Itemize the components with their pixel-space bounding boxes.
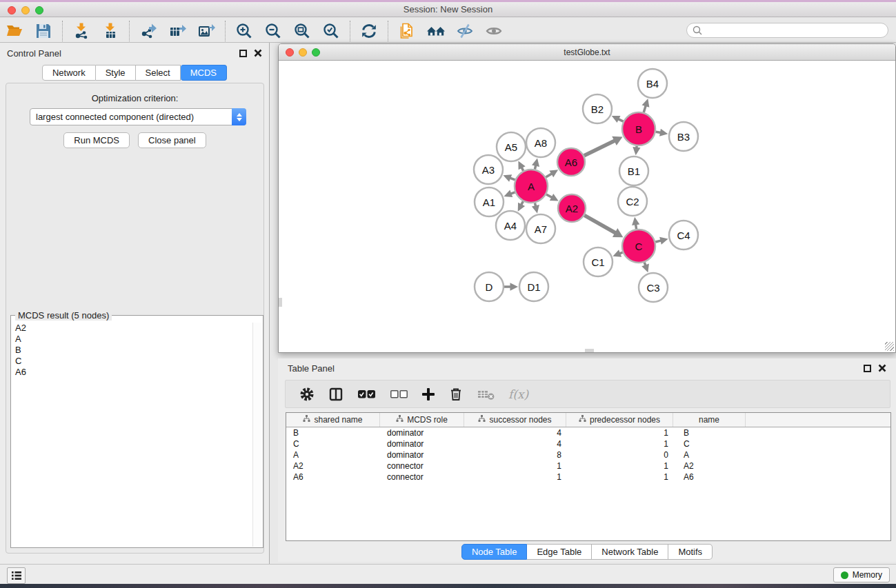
- tab-node-table[interactable]: Node Table: [461, 544, 528, 560]
- search-field[interactable]: [686, 23, 888, 38]
- add-column-icon[interactable]: [422, 388, 435, 401]
- column-header-MCDS-role[interactable]: MCDS role: [380, 413, 464, 427]
- result-item[interactable]: A6: [12, 367, 252, 378]
- deselect-all-icon[interactable]: [390, 389, 408, 399]
- tab-mcds[interactable]: MCDS: [181, 65, 227, 81]
- zoom-in-icon[interactable]: [232, 21, 256, 41]
- tab-style[interactable]: Style: [96, 65, 136, 81]
- home-view-icon[interactable]: [424, 21, 448, 41]
- network-minimize-icon[interactable]: [299, 48, 307, 57]
- table-cell[interactable]: 1: [566, 472, 673, 483]
- canvas-h-scroll-tick[interactable]: [585, 349, 594, 352]
- show-columns-icon[interactable]: [328, 387, 344, 402]
- search-input[interactable]: [703, 24, 888, 37]
- save-session-icon[interactable]: [32, 21, 55, 41]
- float-panel-icon[interactable]: [239, 50, 247, 57]
- table-cell[interactable]: A2: [286, 460, 380, 472]
- column-header-predecessor-nodes[interactable]: predecessor nodes: [566, 413, 673, 427]
- tab-network-table[interactable]: Network Table: [592, 544, 668, 560]
- canvas-v-scroll-tick[interactable]: [279, 298, 282, 307]
- graph-edge-A-A2[interactable]: [546, 194, 552, 198]
- table-cell[interactable]: 1: [566, 438, 673, 449]
- criterion-select[interactable]: largest connected component (directed): [30, 108, 246, 125]
- mcds-result-list[interactable]: A2ABCA6: [12, 323, 252, 547]
- table-cell[interactable]: C: [673, 438, 746, 449]
- result-item[interactable]: A: [12, 334, 252, 345]
- result-item[interactable]: B: [12, 345, 252, 356]
- table-cell[interactable]: 0: [566, 449, 673, 460]
- table-cell[interactable]: C: [286, 438, 380, 449]
- table-cell[interactable]: A: [286, 449, 380, 460]
- graph-edge-A-A6[interactable]: [546, 174, 552, 178]
- table-cell[interactable]: B: [286, 427, 380, 438]
- table-cell[interactable]: 4: [464, 427, 566, 438]
- table-cell[interactable]: A6: [673, 472, 746, 483]
- table-cell[interactable]: 1: [464, 460, 566, 472]
- select-all-icon[interactable]: [357, 389, 376, 399]
- table-close-panel-icon[interactable]: [878, 364, 886, 372]
- table-cell[interactable]: 1: [566, 460, 673, 472]
- table-cell[interactable]: 1: [566, 427, 673, 438]
- zoom-selected-icon[interactable]: [319, 21, 343, 41]
- table-cell[interactable]: 4: [464, 438, 566, 449]
- graph-edge-B-B4[interactable]: [644, 105, 646, 112]
- tab-edge-table[interactable]: Edge Table: [527, 544, 592, 560]
- table-row[interactable]: Bdominator41B: [286, 427, 890, 438]
- result-scrollbar[interactable]: [252, 323, 262, 547]
- refresh-view-icon[interactable]: [357, 21, 381, 41]
- window-resize-grip[interactable]: [885, 342, 894, 351]
- table-cell[interactable]: dominator: [380, 449, 464, 460]
- maximize-window-icon[interactable]: [35, 6, 43, 14]
- zoom-fit-icon[interactable]: [290, 21, 314, 41]
- column-header-successor-nodes[interactable]: successor nodes: [464, 413, 566, 427]
- export-image-icon[interactable]: [195, 21, 218, 41]
- export-network-icon[interactable]: [137, 21, 160, 41]
- result-item[interactable]: C: [12, 356, 252, 367]
- table-cell[interactable]: A6: [286, 472, 380, 483]
- tab-network[interactable]: Network: [42, 65, 96, 81]
- export-table-icon[interactable]: [166, 21, 189, 41]
- table-float-panel-icon[interactable]: [864, 365, 871, 372]
- column-header-name[interactable]: name: [673, 413, 746, 427]
- memory-button[interactable]: Memory: [833, 567, 890, 582]
- result-item[interactable]: A2: [12, 323, 252, 334]
- table-cell[interactable]: dominator: [380, 438, 464, 449]
- delete-columns-icon[interactable]: [448, 387, 464, 402]
- table-cell[interactable]: 8: [464, 449, 566, 460]
- table-cell[interactable]: A2: [673, 460, 746, 472]
- table-row[interactable]: Adominator80A: [286, 449, 890, 460]
- network-canvas[interactable]: AA1A2A3A4A5A6A7A8BB1B2B3B4CC1C2C3C4DD1: [279, 61, 895, 352]
- minimize-window-icon[interactable]: [21, 6, 30, 14]
- table-row[interactable]: A2connector11A2: [286, 460, 890, 472]
- show-all-icon[interactable]: [482, 21, 506, 41]
- import-table-icon[interactable]: [99, 21, 122, 41]
- network-from-file-icon[interactable]: [395, 21, 419, 41]
- table-cell[interactable]: A: [673, 449, 746, 460]
- tab-motifs[interactable]: Motifs: [668, 544, 713, 560]
- table-row[interactable]: Cdominator41C: [286, 438, 890, 449]
- close-panel-button[interactable]: Close panel: [138, 132, 206, 148]
- hide-selected-icon[interactable]: [453, 21, 477, 41]
- close-panel-icon[interactable]: [254, 49, 262, 57]
- network-maximize-icon[interactable]: [312, 48, 320, 57]
- table-row[interactable]: A6connector11A6: [286, 472, 890, 483]
- network-close-icon[interactable]: [286, 48, 294, 57]
- network-window-titlebar[interactable]: testGlobe.txt: [279, 44, 895, 61]
- graph-edge-A2-C[interactable]: [584, 215, 616, 233]
- table-cell[interactable]: 1: [464, 472, 566, 483]
- open-file-icon[interactable]: [3, 21, 26, 41]
- run-mcds-button[interactable]: Run MCDS: [63, 132, 130, 148]
- table-cell[interactable]: connector: [380, 460, 464, 472]
- close-window-icon[interactable]: [8, 6, 16, 14]
- task-history-button[interactable]: [7, 567, 26, 584]
- import-network-icon[interactable]: [70, 21, 93, 41]
- table-cell[interactable]: B: [673, 427, 746, 438]
- graph-edge-A6-B[interactable]: [584, 141, 615, 156]
- table-cell[interactable]: connector: [380, 472, 464, 483]
- tab-select[interactable]: Select: [136, 65, 181, 81]
- table-cell[interactable]: dominator: [380, 427, 464, 438]
- column-header-shared-name[interactable]: shared name: [286, 413, 380, 427]
- graph-node-label-C2: C2: [626, 196, 639, 207]
- zoom-out-icon[interactable]: [261, 21, 285, 41]
- settings-gear-icon[interactable]: [299, 387, 315, 402]
